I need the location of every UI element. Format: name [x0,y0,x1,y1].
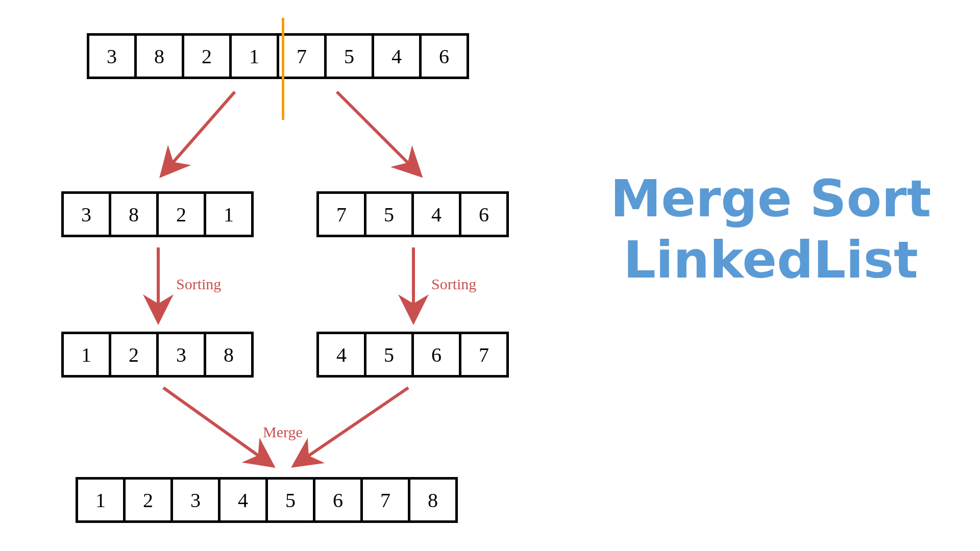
svg-line-1 [337,92,419,173]
cell: 6 [459,191,509,237]
svg-line-5 [296,388,408,464]
array-row-merged: 1 2 3 4 5 6 7 8 [76,477,458,523]
cell: 3 [156,332,206,378]
label-sorting-right: Sorting [431,276,476,293]
cell: 7 [316,191,366,237]
svg-line-4 [163,388,271,464]
cell: 3 [61,191,111,237]
cell: 2 [156,191,206,237]
cell: 1 [229,33,279,79]
cell: 7 [459,332,509,378]
array-row-initial: 3 8 2 1 7 5 4 6 [87,33,469,79]
cell: 5 [364,191,414,237]
cell: 8 [109,191,159,237]
array-row-sorted-left: 1 2 3 8 [61,332,254,378]
svg-line-0 [163,92,235,173]
array-row-sorted-right: 4 5 6 7 [316,332,509,378]
cell: 1 [204,191,254,237]
cell: 5 [324,33,374,79]
arrows-layer [0,0,561,551]
cell: 2 [109,332,159,378]
page-title: Merge Sort LinkedList [572,168,970,291]
merge-sort-diagram: 3 8 2 1 7 5 4 6 3 8 2 1 7 5 4 6 Sorting … [0,0,561,551]
cell: 4 [316,332,366,378]
cell: 6 [313,477,363,523]
cell: 2 [123,477,173,523]
title-line-2: LinkedList [623,230,918,290]
cell: 8 [134,33,184,79]
array-row-split-left: 3 8 2 1 [61,191,254,237]
cell: 3 [170,477,220,523]
split-divider [282,18,284,120]
cell: 4 [218,477,268,523]
cell: 4 [411,191,461,237]
cell: 5 [265,477,315,523]
title-line-1: Merge Sort [610,169,932,229]
cell: 2 [182,33,232,79]
label-merge: Merge [263,423,303,441]
cell: 7 [360,477,410,523]
cell: 3 [87,33,137,79]
cell: 4 [372,33,422,79]
cell: 1 [61,332,111,378]
cell: 5 [364,332,414,378]
cell: 6 [411,332,461,378]
label-sorting-left: Sorting [176,276,221,293]
cell: 1 [76,477,126,523]
cell: 8 [204,332,254,378]
cell: 8 [408,477,458,523]
array-row-split-right: 7 5 4 6 [316,191,509,237]
cell: 6 [419,33,469,79]
